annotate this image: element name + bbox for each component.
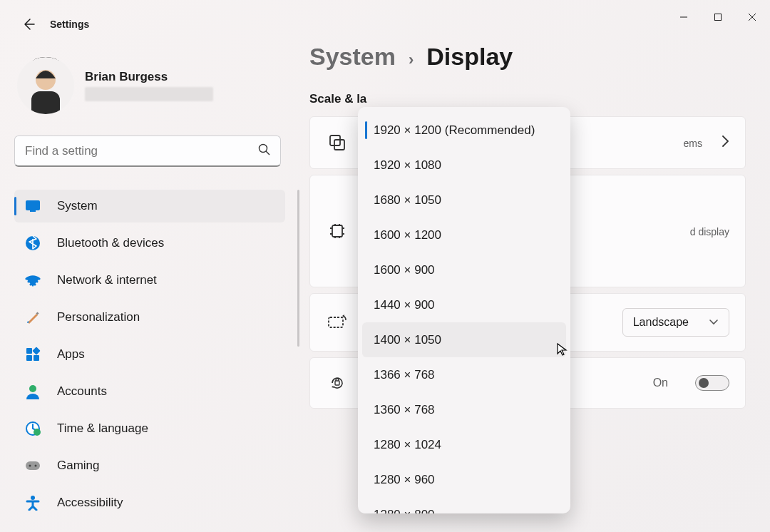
main-content: System › Display Scale & la ems d displa… xyxy=(299,57,770,513)
orientation-select[interactable]: Landscape xyxy=(622,308,729,337)
close-button[interactable] xyxy=(736,6,769,29)
gaming-icon xyxy=(24,459,41,472)
accessibility-icon xyxy=(24,495,41,511)
chevron-down-icon xyxy=(709,319,719,326)
orientation-icon xyxy=(326,314,349,330)
svg-rect-16 xyxy=(26,355,32,361)
sidebar-item-label: Apps xyxy=(57,347,85,362)
sidebar-item-bluetooth[interactable]: Bluetooth & devices xyxy=(14,227,285,260)
toggle-state-label: On xyxy=(653,377,668,389)
rotation-lock-icon xyxy=(326,374,349,392)
resolution-option[interactable]: 1680 × 1050 xyxy=(362,183,566,218)
accounts-icon xyxy=(24,384,41,399)
user-name: Brian Burgess xyxy=(85,70,213,84)
breadcrumb-parent[interactable]: System xyxy=(309,43,396,71)
svg-rect-28 xyxy=(329,317,343,327)
resolution-option[interactable]: 1920 × 1080 xyxy=(362,148,566,183)
svg-rect-27 xyxy=(332,225,342,237)
search-input[interactable] xyxy=(14,135,281,167)
svg-line-8 xyxy=(266,151,270,155)
resolution-option[interactable]: 1920 × 1200 (Recommended) xyxy=(362,113,566,148)
nav-list: System Bluetooth & devices Network & int… xyxy=(14,190,285,519)
system-icon xyxy=(24,200,41,213)
personalization-icon xyxy=(24,310,41,325)
user-block[interactable]: Brian Burgess xyxy=(14,57,299,114)
sidebar-item-label: Gaming xyxy=(57,459,100,473)
minimize-button[interactable] xyxy=(667,6,700,29)
rotation-lock-toggle[interactable] xyxy=(695,375,729,391)
chevron-right-icon xyxy=(721,135,729,150)
svg-rect-1 xyxy=(715,14,722,21)
svg-rect-14 xyxy=(26,348,32,354)
sidebar-item-time-language[interactable]: Time & language xyxy=(14,412,285,445)
svg-point-18 xyxy=(29,385,36,392)
sidebar-item-label: Time & language xyxy=(57,421,148,436)
sidebar-item-personalization[interactable]: Personalization xyxy=(14,301,285,334)
breadcrumb-current: Display xyxy=(426,43,513,71)
sidebar-item-label: Bluetooth & devices xyxy=(57,236,164,250)
back-button[interactable] xyxy=(14,10,43,39)
chevron-right-icon: › xyxy=(409,51,414,69)
svg-rect-17 xyxy=(34,355,39,361)
sidebar-item-accessibility[interactable]: Accessibility xyxy=(14,486,285,519)
sidebar-item-label: Accounts xyxy=(57,384,107,399)
svg-rect-9 xyxy=(26,200,40,210)
resolution-option[interactable]: 1366 × 768 xyxy=(362,357,566,392)
maximize-icon xyxy=(714,13,722,21)
breadcrumb: System › Display xyxy=(309,43,746,71)
sidebar-item-label: Accessibility xyxy=(57,496,123,510)
user-email-redacted xyxy=(85,87,213,101)
close-icon xyxy=(748,13,756,21)
avatar xyxy=(17,57,74,114)
bluetooth-icon xyxy=(24,235,41,251)
resolution-option[interactable]: 1600 × 900 xyxy=(362,252,566,287)
sidebar-item-label: Network & internet xyxy=(57,273,157,287)
resolution-dropdown[interactable]: 1920 × 1200 (Recommended) 1920 × 1080 16… xyxy=(358,107,570,513)
sidebar-item-accounts[interactable]: Accounts xyxy=(14,375,285,408)
sidebar-item-system[interactable]: System xyxy=(14,190,285,222)
minimize-icon xyxy=(679,13,688,21)
svg-point-20 xyxy=(34,429,41,436)
wifi-icon xyxy=(24,273,41,287)
back-arrow-icon xyxy=(21,17,36,31)
app-title: Settings xyxy=(50,19,89,30)
svg-point-22 xyxy=(29,465,31,467)
sidebar-item-gaming[interactable]: Gaming xyxy=(14,449,285,482)
svg-point-7 xyxy=(260,145,267,153)
apps-icon xyxy=(24,347,41,362)
sidebar-item-apps[interactable]: Apps xyxy=(14,338,285,371)
svg-rect-29 xyxy=(335,381,339,385)
resolution-option[interactable]: 1360 × 768 xyxy=(362,392,566,427)
svg-point-23 xyxy=(35,465,37,467)
resolution-option[interactable]: 1280 × 960 xyxy=(362,462,566,497)
svg-rect-11 xyxy=(30,210,36,212)
resolution-option[interactable]: 1440 × 900 xyxy=(362,287,566,322)
sidebar: Brian Burgess System Bluetooth & devices xyxy=(14,57,299,513)
sidebar-item-label: Personalization xyxy=(57,310,140,324)
scale-icon xyxy=(326,133,349,152)
svg-rect-15 xyxy=(32,347,40,354)
section-heading: Scale & la xyxy=(309,92,746,106)
maximize-button[interactable] xyxy=(702,6,734,29)
svg-rect-21 xyxy=(26,461,40,470)
svg-rect-5 xyxy=(31,91,60,114)
sidebar-item-network[interactable]: Network & internet xyxy=(14,264,285,297)
resolution-option[interactable]: 1280 × 800 xyxy=(362,497,566,513)
sidebar-item-label: System xyxy=(57,199,98,213)
resolution-option[interactable]: 1600 × 1200 xyxy=(362,218,566,252)
search-icon xyxy=(258,143,271,159)
time-language-icon xyxy=(24,421,41,436)
svg-point-24 xyxy=(31,496,35,500)
orientation-value: Landscape xyxy=(633,316,689,329)
resolution-option[interactable]: 1280 × 1024 xyxy=(362,427,566,462)
resolution-icon xyxy=(326,222,349,240)
resolution-option[interactable]: 1400 × 1050 xyxy=(362,322,566,357)
